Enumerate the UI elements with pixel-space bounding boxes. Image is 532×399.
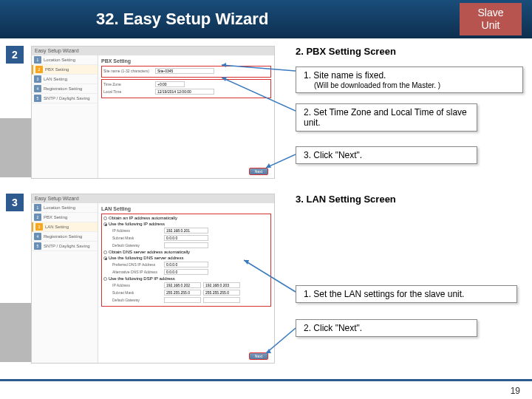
next-button[interactable]: Next — [249, 352, 268, 360]
lan-highlight: Obtain an IP address automatically Use t… — [101, 214, 271, 307]
callout-3-1: 1. Set the LAN settings for the slave un… — [296, 285, 517, 303]
slave-unit-badge: Slave Unit — [460, 3, 522, 35]
wizard-sidebar-step: 2PBX Setting — [32, 213, 98, 222]
slide-title: 32. Easy Setup Wizard — [96, 10, 268, 29]
callout-subtext: (Will be downloaded from the Master. ) — [314, 81, 515, 89]
section3-heading: 3. LAN Setting Screen — [296, 194, 396, 205]
radio-icon — [103, 250, 107, 254]
wizard-sidebar-step: 2PBX Setting — [32, 65, 98, 75]
wizard-screenshot-lan: Easy Setup Wizard 1Location Setting 2PBX… — [31, 194, 275, 364]
callout-2-2: 2. Set Time Zone and Local Time of slave… — [296, 103, 477, 132]
radio-icon — [103, 256, 107, 260]
callout-text: 2. Set Time Zone and Local Time of slave… — [304, 107, 469, 128]
wizard-sidebar-step: 5SNTP / Daylight Saving — [32, 242, 98, 251]
panel-title: LAN Setting — [101, 206, 271, 211]
radio-icon — [103, 216, 107, 220]
wizard-sidebar: 1Location Setting 2PBX Setting 3LAN Sett… — [32, 203, 98, 363]
page-number: 19 — [511, 386, 520, 396]
wizard-sidebar-step: 4Registration Setting — [32, 232, 98, 242]
next-button[interactable]: Next — [249, 168, 268, 175]
callout-text: 1. Site name is fixed. — [304, 70, 515, 81]
callout-text: 2. Click "Next". — [304, 323, 469, 333]
wizard-main-lan: LAN Setting Obtain an IP address automat… — [98, 203, 274, 363]
wizard-main-pbx: PBX Setting Site name (1-32 characters)S… — [98, 55, 274, 178]
callout-text: 1. Set the LAN settings for the slave un… — [304, 289, 509, 299]
wizard-title: Easy Setup Wizard — [32, 47, 274, 55]
callout-2-1: 1. Site name is fixed. (Will be download… — [296, 66, 523, 93]
footer-rule — [0, 379, 532, 381]
section2-heading: 2. PBX Setting Screen — [296, 46, 396, 57]
wizard-screenshot-pbx: Easy Setup Wizard 1Location Setting 2PBX… — [31, 46, 275, 179]
step-badge-2: 2 — [6, 46, 24, 64]
wizard-sidebar-step: 4Registration Setting — [32, 84, 98, 94]
callout-2-3: 3. Click "Next". — [296, 146, 477, 164]
wizard-sidebar-step: 3LAN Setting — [32, 222, 98, 232]
callout-text: 3. Click "Next". — [304, 150, 469, 160]
wizard-sidebar-step: 5SNTP / Daylight Saving — [32, 94, 98, 103]
time-highlight: Time Zone+0:00 Local Time12/19/2014 12:0… — [101, 79, 271, 98]
wizard-sidebar: 1Location Setting 2PBX Setting 3LAN Sett… — [32, 55, 98, 178]
site-name-highlight: Site name (1-32 characters)Site-0345 — [101, 66, 271, 78]
checkbox-icon — [103, 277, 107, 281]
slave-line1: Slave — [477, 7, 503, 19]
slide-header: 32. Easy Setup Wizard Slave Unit — [0, 0, 532, 38]
panel-title: PBX Setting — [101, 58, 271, 64]
wizard-sidebar-step: 3LAN Setting — [32, 75, 98, 84]
wizard-title: Easy Setup Wizard — [32, 194, 274, 203]
wizard-sidebar-step: 1Location Setting — [32, 55, 98, 65]
callout-3-2: 2. Click "Next". — [296, 319, 477, 337]
slave-line2: Unit — [482, 19, 500, 32]
step-badge-3: 3 — [6, 194, 24, 211]
radio-icon — [103, 222, 107, 226]
wizard-body: 1Location Setting 2PBX Setting 3LAN Sett… — [32, 203, 274, 363]
wizard-sidebar-step: 1Location Setting — [32, 203, 98, 213]
wizard-body: 1Location Setting 2PBX Setting 3LAN Sett… — [32, 55, 274, 178]
